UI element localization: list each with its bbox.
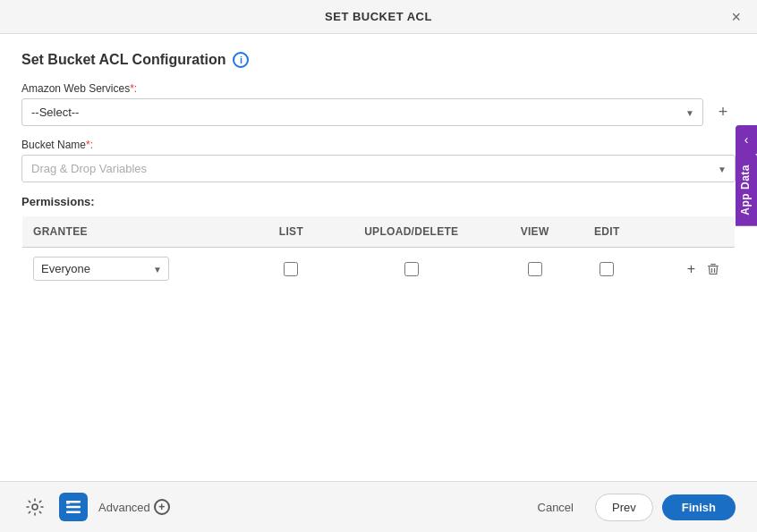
aws-field-group: Amazon Web Services*: --Select-- ▼ + <box>21 82 736 126</box>
view-checkbox[interactable] <box>528 262 542 276</box>
add-row-button[interactable]: + <box>684 259 699 279</box>
col-list: LIST <box>257 216 325 248</box>
cancel-button[interactable]: Cancel <box>525 494 586 520</box>
aws-select-row: --Select-- ▼ + <box>21 98 736 126</box>
svg-rect-0 <box>708 266 719 266</box>
advanced-button[interactable]: Advanced + <box>98 499 170 515</box>
table-header: GRANTEE LIST UPLOAD/DELETE VIEW EDIT <box>22 216 736 248</box>
finish-button[interactable]: Finish <box>662 494 736 520</box>
aws-select[interactable]: --Select-- <box>21 98 703 126</box>
permissions-section: Permissions: GRANTEE LIST UPLOAD/DELETE … <box>21 195 736 291</box>
aws-select-wrapper: --Select-- ▼ <box>21 98 703 126</box>
modal-body: Set Bucket ACL Configuration i Amazon We… <box>0 34 757 481</box>
aws-add-button[interactable]: + <box>710 100 736 125</box>
prev-button[interactable]: Prev <box>595 494 653 521</box>
col-grantee: GRANTEE <box>22 216 258 248</box>
list-icon-button[interactable] <box>59 493 88 521</box>
grantee-select-wrapper: Everyone AuthenticatedUsers Owner ▼ <box>33 257 169 281</box>
settings-icon-button[interactable] <box>21 494 48 520</box>
col-view: VIEW <box>498 216 572 248</box>
aws-label: Amazon Web Services*: <box>21 82 736 95</box>
edit-cell <box>572 248 642 291</box>
advanced-label: Advanced <box>98 501 150 514</box>
view-cell <box>498 248 572 291</box>
col-actions <box>642 216 735 248</box>
svg-rect-6 <box>66 506 81 509</box>
actions-cell: + <box>642 248 735 291</box>
bucket-label: Bucket Name*: <box>21 139 736 151</box>
svg-rect-1 <box>710 264 716 265</box>
advanced-plus-icon: + <box>154 499 170 515</box>
edit-checkbox[interactable] <box>600 262 614 276</box>
svg-rect-8 <box>66 501 70 504</box>
svg-point-4 <box>32 504 38 510</box>
section-title-row: Set Bucket ACL Configuration i <box>21 52 736 68</box>
modal-footer: Advanced + Cancel Prev Finish <box>0 481 757 532</box>
permissions-label: Permissions: <box>21 195 736 208</box>
grantee-cell: Everyone AuthenticatedUsers Owner ▼ <box>22 248 258 291</box>
table-row: Everyone AuthenticatedUsers Owner ▼ <box>22 248 736 291</box>
col-upload-delete: UPLOAD/DELETE <box>326 216 498 248</box>
sidebar-arrow-icon[interactable]: ‹ <box>736 125 757 154</box>
bucket-field-group: Bucket Name*: Drag & Drop Variables ▼ <box>21 139 736 182</box>
permissions-rows: Everyone AuthenticatedUsers Owner ▼ <box>22 248 736 291</box>
delete-row-button[interactable] <box>702 260 724 278</box>
info-icon[interactable]: i <box>233 52 249 68</box>
footer-left: Advanced + <box>21 493 170 521</box>
footer-right: Cancel Prev Finish <box>525 494 736 521</box>
permissions-table: GRANTEE LIST UPLOAD/DELETE VIEW EDIT <box>21 215 736 291</box>
bucket-input[interactable]: Drag & Drop Variables <box>21 155 736 182</box>
close-button[interactable]: × <box>726 7 746 27</box>
bucket-input-wrapper: Drag & Drop Variables ▼ <box>21 155 736 182</box>
col-edit: EDIT <box>572 216 642 248</box>
list-checkbox[interactable] <box>284 262 298 276</box>
svg-rect-7 <box>66 511 81 514</box>
section-title-text: Set Bucket ACL Configuration <box>21 52 225 68</box>
grantee-select[interactable]: Everyone AuthenticatedUsers Owner <box>33 257 169 281</box>
upload-delete-checkbox[interactable] <box>404 262 419 276</box>
sidebar-label[interactable]: App Data <box>736 154 757 226</box>
modal-title: SET BUCKET ACL <box>325 10 432 23</box>
modal-header: SET BUCKET ACL × <box>0 0 757 34</box>
upload-delete-cell <box>326 248 498 291</box>
app-data-sidebar-tab[interactable]: ‹ App Data <box>736 125 757 226</box>
list-cell <box>257 248 325 291</box>
